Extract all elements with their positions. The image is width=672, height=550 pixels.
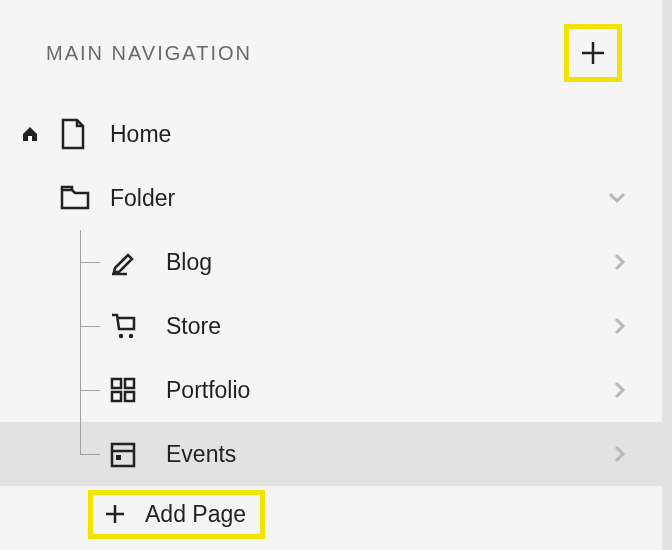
nav-header: MAIN NAVIGATION bbox=[0, 0, 662, 102]
svg-rect-2 bbox=[112, 379, 121, 388]
nav-item-portfolio[interactable]: Portfolio bbox=[0, 358, 662, 422]
plus-icon bbox=[103, 502, 127, 526]
chevron-down-icon bbox=[608, 192, 626, 204]
svg-point-1 bbox=[129, 334, 133, 338]
panel-right-edge bbox=[662, 0, 672, 550]
svg-rect-4 bbox=[112, 392, 121, 401]
nav-item-label: Store bbox=[166, 313, 596, 340]
svg-point-0 bbox=[119, 334, 123, 338]
svg-rect-3 bbox=[125, 379, 134, 388]
page-icon bbox=[60, 118, 86, 150]
nav-item-label: Portfolio bbox=[166, 377, 596, 404]
add-page-row: Add Page bbox=[0, 486, 662, 542]
nav-item-blog[interactable]: Blog bbox=[0, 230, 662, 294]
pen-icon bbox=[110, 248, 138, 276]
nav-header-title: MAIN NAVIGATION bbox=[46, 42, 252, 65]
nav-list: Home Folder bbox=[0, 102, 662, 542]
add-page-button[interactable]: Add Page bbox=[88, 490, 265, 539]
calendar-icon bbox=[110, 440, 136, 468]
nav-item-store[interactable]: Store bbox=[0, 294, 662, 358]
nav-item-label: Events bbox=[166, 441, 596, 468]
nav-item-label: Folder bbox=[110, 185, 596, 212]
add-page-top-button[interactable] bbox=[564, 24, 622, 82]
nav-item-home[interactable]: Home bbox=[0, 102, 662, 166]
chevron-right-icon bbox=[614, 253, 626, 271]
chevron-right-icon bbox=[614, 381, 626, 399]
svg-rect-6 bbox=[112, 444, 134, 466]
nav-item-events[interactable]: Events bbox=[0, 422, 662, 486]
cart-icon bbox=[110, 311, 140, 341]
home-icon bbox=[21, 125, 39, 143]
svg-rect-7 bbox=[116, 455, 121, 460]
folder-icon bbox=[60, 184, 90, 212]
plus-icon bbox=[579, 39, 607, 67]
nav-panel: MAIN NAVIGATION Home bbox=[0, 0, 662, 550]
nav-item-folder[interactable]: Folder bbox=[0, 166, 662, 230]
add-page-label: Add Page bbox=[145, 501, 246, 528]
nav-item-label: Home bbox=[110, 121, 596, 148]
chevron-right-icon bbox=[614, 317, 626, 335]
chevron-right-icon bbox=[614, 445, 626, 463]
nav-item-label: Blog bbox=[166, 249, 596, 276]
grid-icon bbox=[110, 377, 136, 403]
svg-rect-5 bbox=[125, 392, 134, 401]
